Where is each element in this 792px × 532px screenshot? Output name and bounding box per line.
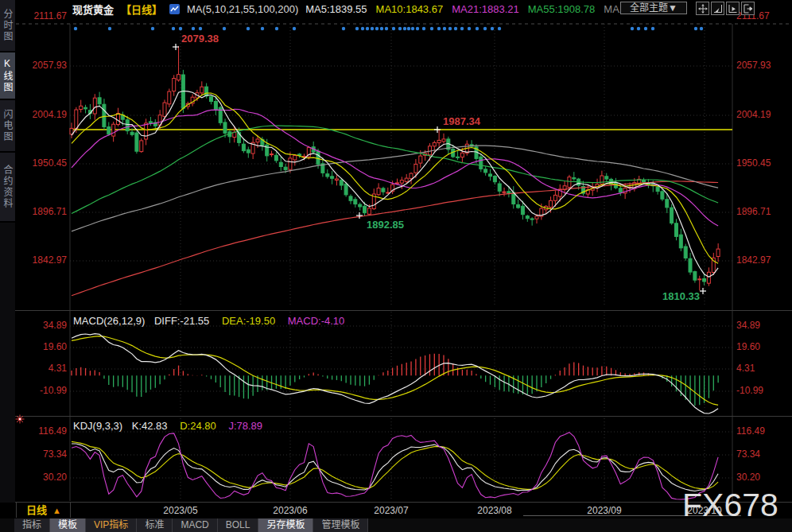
symbol-title: 现货黄金 bbox=[72, 2, 114, 17]
footer-tab-1[interactable]: 指标 bbox=[14, 518, 50, 532]
macd-header: MACD(26,12,9) DIFF:-21.55 DEA:-19.50 MAC… bbox=[73, 315, 344, 327]
svg-text:2079.38: 2079.38 bbox=[181, 33, 219, 45]
ma-legend-value: MA55:1908.78 bbox=[528, 3, 596, 15]
period-label: 【日线】 bbox=[121, 2, 162, 17]
price-axis-label-right: 2057.93 bbox=[736, 60, 787, 71]
period-arrow-icon: ▲ bbox=[52, 506, 61, 515]
ma-legend-value: MA5:1839.55 bbox=[305, 3, 367, 15]
footer-tab-3[interactable]: VIP指标 bbox=[86, 518, 137, 532]
kdj-d-value: D:24.80 bbox=[180, 420, 216, 432]
macd-axis-label-left: 34.89 bbox=[17, 320, 67, 331]
footer-tab-7[interactable]: 另存模板 bbox=[258, 518, 313, 532]
sidebar-tab-2[interactable]: K线图 bbox=[0, 52, 15, 100]
footer-tab-5[interactable]: MACD bbox=[173, 518, 217, 532]
kdj-axis-label-left: 30.20 bbox=[17, 472, 67, 483]
svg-text:1892.85: 1892.85 bbox=[367, 219, 404, 231]
macd-axis-label-left: -10.99 bbox=[17, 386, 67, 396]
price-axis-label-left: 1842.97 bbox=[17, 255, 67, 266]
date-axis-label: 2023/07 bbox=[367, 505, 415, 516]
price-axis-label-left: 2057.93 bbox=[17, 60, 67, 71]
price-axis-label-left: 2004.19 bbox=[17, 110, 67, 120]
macd-diff-value: DIFF:-21.55 bbox=[154, 315, 209, 327]
price-axis-label-right: 2004.19 bbox=[736, 110, 787, 120]
macd-axis-label-left: 4.31 bbox=[17, 363, 67, 374]
date-axis-label: 2023/06 bbox=[266, 505, 314, 516]
sidebar: 分时图K线图闪电图合约资料 bbox=[0, 0, 15, 503]
price-axis-label-left: 2111.67 bbox=[17, 11, 67, 21]
ma-legend-value: MA21:1883.21 bbox=[452, 3, 519, 15]
kdj-k-value: K:42.83 bbox=[132, 420, 168, 432]
axis-scale-left-icon[interactable] bbox=[711, 2, 724, 15]
macd-axis-label-right: 19.60 bbox=[736, 342, 787, 352]
macd-axis-label-right: 34.89 bbox=[736, 320, 787, 331]
price-axis-label-right: 1842.97 bbox=[736, 255, 787, 266]
indicator-settings-icon[interactable] bbox=[15, 413, 25, 427]
footer-tab-2[interactable]: 模板 bbox=[50, 518, 86, 532]
chart-type-icon bbox=[169, 4, 180, 14]
period-selector[interactable]: 日线▲ bbox=[16, 503, 71, 518]
price-axis-label-left: 1896.71 bbox=[17, 207, 67, 217]
macd-macd-value: MACD:-4.10 bbox=[288, 315, 345, 327]
sidebar-tab-3[interactable]: 闪电图 bbox=[0, 100, 15, 153]
trading-app: 2079.381987.341892.851810.33 分时图K线图闪电图合约… bbox=[0, 0, 792, 532]
footer-bar: 指标模板VIP指标标准MACDBOLL另存模板管理模板 bbox=[0, 518, 792, 532]
date-axis-label: 2023/09 bbox=[580, 505, 628, 516]
chart-header: 现货黄金 【日线】 MA(5,10,21,55,100,200) MA5:183… bbox=[72, 2, 638, 15]
ma-legend-value: MA10:1843.67 bbox=[376, 3, 444, 15]
ma-settings-label: MA(5,10,21,55,100,200) bbox=[187, 3, 298, 15]
watermark: FX678 bbox=[682, 487, 778, 524]
kdj-axis-label-right: 30.20 bbox=[736, 472, 787, 483]
footer-tab-6[interactable]: BOLL bbox=[218, 518, 259, 532]
macd-title: MACD(26,12,9) bbox=[73, 315, 145, 327]
move-tool-icon[interactable] bbox=[696, 2, 709, 15]
axis-scale-right-icon[interactable] bbox=[726, 2, 740, 15]
svg-text:1810.33: 1810.33 bbox=[662, 290, 700, 302]
sidebar-tab-4[interactable]: 合约资料 bbox=[0, 153, 15, 223]
macd-axis-label-right: 4.31 bbox=[736, 363, 787, 374]
kdj-axis-label-left: 73.34 bbox=[17, 449, 67, 460]
svg-text:1987.34: 1987.34 bbox=[443, 115, 481, 127]
kdj-j-value: J:78.89 bbox=[228, 420, 262, 432]
pan-right-icon[interactable] bbox=[741, 2, 755, 15]
macd-axis-label-right: -10.99 bbox=[736, 386, 787, 396]
kdj-axis-label-left: 116.49 bbox=[17, 426, 67, 437]
ma-legend: MA5:1839.55MA10:1843.67MA21:1883.21MA55:… bbox=[305, 3, 637, 15]
price-axis-label-right: 1896.71 bbox=[736, 207, 787, 217]
kdj-header: KDJ(9,3,3) K:42.83 D:24.80 J:78.89 bbox=[73, 420, 262, 432]
macd-dea-value: DEA:-19.50 bbox=[222, 315, 275, 327]
kdj-axis-label-right: 73.34 bbox=[736, 449, 787, 460]
chart-canvas[interactable]: 2079.381987.341892.851810.33 bbox=[0, 0, 792, 532]
macd-axis-label-left: 19.60 bbox=[17, 342, 67, 352]
kdj-axis-label-right: 116.49 bbox=[736, 426, 787, 437]
footer-tab-4[interactable]: 标准 bbox=[137, 518, 173, 532]
footer-tab-8[interactable]: 管理模板 bbox=[313, 518, 368, 532]
date-axis-label: 2023/05 bbox=[157, 505, 204, 516]
theme-dropdown-button[interactable]: 全部主题▼ bbox=[620, 2, 687, 14]
kdj-title: KDJ(9,3,3) bbox=[73, 420, 122, 432]
period-text: 日线 bbox=[26, 504, 47, 516]
date-axis-label: 2023/08 bbox=[471, 505, 518, 516]
price-axis-label-right: 1950.45 bbox=[736, 158, 787, 169]
sidebar-tab-1[interactable]: 分时图 bbox=[0, 0, 15, 52]
price-axis-label-left: 1950.45 bbox=[17, 158, 67, 169]
